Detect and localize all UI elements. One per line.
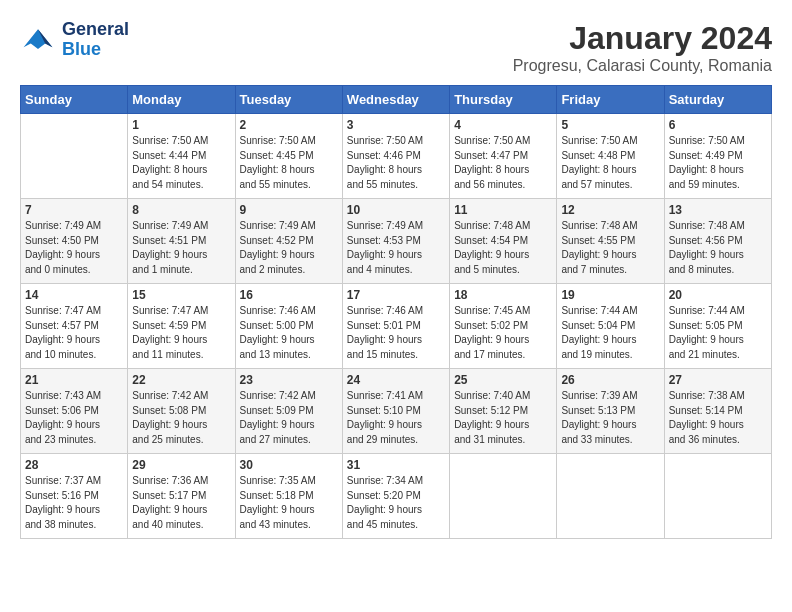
week-row-1: 1Sunrise: 7:50 AM Sunset: 4:44 PM Daylig… [21, 114, 772, 199]
calendar-cell [557, 454, 664, 539]
calendar-cell: 7Sunrise: 7:49 AM Sunset: 4:50 PM Daylig… [21, 199, 128, 284]
day-info: Sunrise: 7:49 AM Sunset: 4:50 PM Dayligh… [25, 219, 123, 277]
day-number: 29 [132, 458, 230, 472]
day-number: 31 [347, 458, 445, 472]
day-info: Sunrise: 7:49 AM Sunset: 4:51 PM Dayligh… [132, 219, 230, 277]
day-info: Sunrise: 7:37 AM Sunset: 5:16 PM Dayligh… [25, 474, 123, 532]
day-info: Sunrise: 7:50 AM Sunset: 4:45 PM Dayligh… [240, 134, 338, 192]
day-number: 7 [25, 203, 123, 217]
header-day-tuesday: Tuesday [235, 86, 342, 114]
header-day-wednesday: Wednesday [342, 86, 449, 114]
calendar-cell: 14Sunrise: 7:47 AM Sunset: 4:57 PM Dayli… [21, 284, 128, 369]
calendar-cell: 1Sunrise: 7:50 AM Sunset: 4:44 PM Daylig… [128, 114, 235, 199]
day-info: Sunrise: 7:49 AM Sunset: 4:52 PM Dayligh… [240, 219, 338, 277]
header-day-thursday: Thursday [450, 86, 557, 114]
day-info: Sunrise: 7:36 AM Sunset: 5:17 PM Dayligh… [132, 474, 230, 532]
calendar-cell: 21Sunrise: 7:43 AM Sunset: 5:06 PM Dayli… [21, 369, 128, 454]
day-info: Sunrise: 7:41 AM Sunset: 5:10 PM Dayligh… [347, 389, 445, 447]
week-row-3: 14Sunrise: 7:47 AM Sunset: 4:57 PM Dayli… [21, 284, 772, 369]
day-info: Sunrise: 7:50 AM Sunset: 4:46 PM Dayligh… [347, 134, 445, 192]
day-info: Sunrise: 7:43 AM Sunset: 5:06 PM Dayligh… [25, 389, 123, 447]
day-number: 9 [240, 203, 338, 217]
day-info: Sunrise: 7:39 AM Sunset: 5:13 PM Dayligh… [561, 389, 659, 447]
calendar-cell: 28Sunrise: 7:37 AM Sunset: 5:16 PM Dayli… [21, 454, 128, 539]
day-info: Sunrise: 7:47 AM Sunset: 4:57 PM Dayligh… [25, 304, 123, 362]
calendar-cell: 12Sunrise: 7:48 AM Sunset: 4:55 PM Dayli… [557, 199, 664, 284]
day-info: Sunrise: 7:48 AM Sunset: 4:55 PM Dayligh… [561, 219, 659, 277]
day-number: 30 [240, 458, 338, 472]
calendar-cell: 27Sunrise: 7:38 AM Sunset: 5:14 PM Dayli… [664, 369, 771, 454]
day-info: Sunrise: 7:48 AM Sunset: 4:54 PM Dayligh… [454, 219, 552, 277]
header-day-saturday: Saturday [664, 86, 771, 114]
logo: General Blue [20, 20, 129, 60]
calendar-cell [664, 454, 771, 539]
calendar-cell: 8Sunrise: 7:49 AM Sunset: 4:51 PM Daylig… [128, 199, 235, 284]
calendar-cell: 18Sunrise: 7:45 AM Sunset: 5:02 PM Dayli… [450, 284, 557, 369]
day-number: 8 [132, 203, 230, 217]
day-number: 5 [561, 118, 659, 132]
logo-line2: Blue [62, 40, 129, 60]
day-info: Sunrise: 7:45 AM Sunset: 5:02 PM Dayligh… [454, 304, 552, 362]
logo-icon [20, 22, 56, 58]
logo-text: General Blue [62, 20, 129, 60]
day-info: Sunrise: 7:34 AM Sunset: 5:20 PM Dayligh… [347, 474, 445, 532]
header-row: SundayMondayTuesdayWednesdayThursdayFrid… [21, 86, 772, 114]
calendar-cell: 16Sunrise: 7:46 AM Sunset: 5:00 PM Dayli… [235, 284, 342, 369]
month-title: January 2024 [513, 20, 772, 57]
calendar-cell [450, 454, 557, 539]
logo-line1: General [62, 20, 129, 40]
day-info: Sunrise: 7:46 AM Sunset: 5:00 PM Dayligh… [240, 304, 338, 362]
day-info: Sunrise: 7:50 AM Sunset: 4:49 PM Dayligh… [669, 134, 767, 192]
header-day-sunday: Sunday [21, 86, 128, 114]
day-info: Sunrise: 7:42 AM Sunset: 5:09 PM Dayligh… [240, 389, 338, 447]
title-area: January 2024 Progresu, Calarasi County, … [513, 20, 772, 75]
calendar-cell: 10Sunrise: 7:49 AM Sunset: 4:53 PM Dayli… [342, 199, 449, 284]
day-info: Sunrise: 7:48 AM Sunset: 4:56 PM Dayligh… [669, 219, 767, 277]
day-info: Sunrise: 7:44 AM Sunset: 5:04 PM Dayligh… [561, 304, 659, 362]
calendar-cell: 11Sunrise: 7:48 AM Sunset: 4:54 PM Dayli… [450, 199, 557, 284]
day-number: 26 [561, 373, 659, 387]
location-title: Progresu, Calarasi County, Romania [513, 57, 772, 75]
calendar-cell: 23Sunrise: 7:42 AM Sunset: 5:09 PM Dayli… [235, 369, 342, 454]
week-row-4: 21Sunrise: 7:43 AM Sunset: 5:06 PM Dayli… [21, 369, 772, 454]
day-number: 19 [561, 288, 659, 302]
day-number: 28 [25, 458, 123, 472]
day-number: 10 [347, 203, 445, 217]
calendar-cell: 24Sunrise: 7:41 AM Sunset: 5:10 PM Dayli… [342, 369, 449, 454]
calendar-table: SundayMondayTuesdayWednesdayThursdayFrid… [20, 85, 772, 539]
calendar-cell: 25Sunrise: 7:40 AM Sunset: 5:12 PM Dayli… [450, 369, 557, 454]
calendar-cell: 30Sunrise: 7:35 AM Sunset: 5:18 PM Dayli… [235, 454, 342, 539]
calendar-cell: 26Sunrise: 7:39 AM Sunset: 5:13 PM Dayli… [557, 369, 664, 454]
day-info: Sunrise: 7:49 AM Sunset: 4:53 PM Dayligh… [347, 219, 445, 277]
day-info: Sunrise: 7:38 AM Sunset: 5:14 PM Dayligh… [669, 389, 767, 447]
day-number: 17 [347, 288, 445, 302]
day-number: 22 [132, 373, 230, 387]
calendar-cell: 15Sunrise: 7:47 AM Sunset: 4:59 PM Dayli… [128, 284, 235, 369]
day-number: 4 [454, 118, 552, 132]
calendar-cell: 9Sunrise: 7:49 AM Sunset: 4:52 PM Daylig… [235, 199, 342, 284]
calendar-body: 1Sunrise: 7:50 AM Sunset: 4:44 PM Daylig… [21, 114, 772, 539]
day-info: Sunrise: 7:50 AM Sunset: 4:44 PM Dayligh… [132, 134, 230, 192]
day-info: Sunrise: 7:46 AM Sunset: 5:01 PM Dayligh… [347, 304, 445, 362]
day-number: 25 [454, 373, 552, 387]
calendar-cell: 20Sunrise: 7:44 AM Sunset: 5:05 PM Dayli… [664, 284, 771, 369]
day-info: Sunrise: 7:50 AM Sunset: 4:48 PM Dayligh… [561, 134, 659, 192]
day-number: 27 [669, 373, 767, 387]
day-number: 16 [240, 288, 338, 302]
day-number: 13 [669, 203, 767, 217]
header-day-monday: Monday [128, 86, 235, 114]
calendar-header: SundayMondayTuesdayWednesdayThursdayFrid… [21, 86, 772, 114]
calendar-cell: 29Sunrise: 7:36 AM Sunset: 5:17 PM Dayli… [128, 454, 235, 539]
calendar-cell: 17Sunrise: 7:46 AM Sunset: 5:01 PM Dayli… [342, 284, 449, 369]
day-info: Sunrise: 7:47 AM Sunset: 4:59 PM Dayligh… [132, 304, 230, 362]
day-info: Sunrise: 7:42 AM Sunset: 5:08 PM Dayligh… [132, 389, 230, 447]
day-number: 15 [132, 288, 230, 302]
day-number: 1 [132, 118, 230, 132]
day-number: 3 [347, 118, 445, 132]
calendar-cell: 3Sunrise: 7:50 AM Sunset: 4:46 PM Daylig… [342, 114, 449, 199]
calendar-cell: 22Sunrise: 7:42 AM Sunset: 5:08 PM Dayli… [128, 369, 235, 454]
day-number: 21 [25, 373, 123, 387]
calendar-cell: 13Sunrise: 7:48 AM Sunset: 4:56 PM Dayli… [664, 199, 771, 284]
week-row-5: 28Sunrise: 7:37 AM Sunset: 5:16 PM Dayli… [21, 454, 772, 539]
day-info: Sunrise: 7:35 AM Sunset: 5:18 PM Dayligh… [240, 474, 338, 532]
